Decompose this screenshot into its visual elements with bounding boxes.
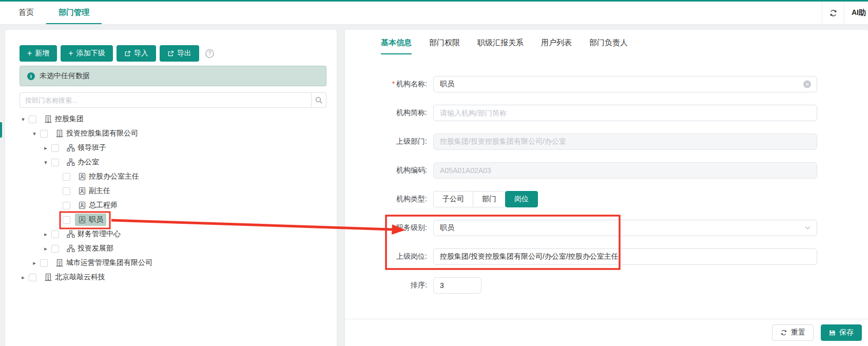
company-icon bbox=[55, 259, 64, 267]
post-icon bbox=[78, 172, 86, 181]
topbar-tab[interactable]: 首页 bbox=[6, 2, 46, 24]
org-short-input[interactable] bbox=[433, 105, 817, 121]
plus-icon: + bbox=[68, 49, 73, 57]
search-row bbox=[20, 92, 326, 108]
tree-node-content[interactable]: 控股办公室主任 bbox=[75, 170, 142, 183]
tree-node-content[interactable]: 职员 bbox=[75, 214, 106, 226]
department-icon bbox=[67, 230, 75, 238]
tree-node-content[interactable]: 总工程师 bbox=[75, 199, 121, 212]
department-tree-panel: + 新增 + 添加下级 导入 bbox=[5, 30, 337, 346]
tree-checkbox[interactable] bbox=[29, 274, 36, 281]
tree-node[interactable]: ▸领导班子 bbox=[20, 141, 326, 155]
tree-node-label: 投资控股集团有限公司 bbox=[66, 129, 138, 138]
drawer-handle[interactable] bbox=[0, 122, 2, 138]
company-icon bbox=[55, 129, 64, 138]
tree-node-content[interactable]: 副主任 bbox=[75, 185, 113, 197]
parent-post-input[interactable] bbox=[433, 248, 817, 265]
tree-checkbox[interactable] bbox=[29, 116, 36, 123]
caret-right-icon[interactable]: ▸ bbox=[20, 274, 27, 281]
tree-node-label: 控股办公室主任 bbox=[89, 172, 139, 181]
clear-icon[interactable]: ✕ bbox=[803, 81, 811, 88]
tree-checkbox[interactable] bbox=[63, 216, 70, 224]
import-button[interactable]: 导入 bbox=[117, 45, 156, 62]
tree-node[interactable]: 总工程师 bbox=[20, 198, 326, 213]
help-icon[interactable]: ? bbox=[205, 49, 214, 58]
tree-node[interactable]: 控股办公室主任 bbox=[20, 169, 326, 184]
tree-checkbox[interactable] bbox=[51, 159, 59, 166]
tree-node[interactable]: 副主任 bbox=[20, 184, 326, 198]
export-icon bbox=[167, 50, 174, 57]
job-level-input[interactable] bbox=[433, 220, 817, 236]
add-child-button[interactable]: + 添加下级 bbox=[61, 45, 112, 62]
parent-post-label: 上级岗位: bbox=[345, 252, 427, 261]
org-type-option[interactable]: 岗位 bbox=[505, 191, 538, 207]
ai-assistant-button[interactable]: AI助 bbox=[844, 2, 868, 24]
org-short-label: 机构简称: bbox=[345, 108, 427, 118]
tree-node-content[interactable]: 控股集团 bbox=[41, 113, 87, 125]
tree-node[interactable]: ▾控股集团 bbox=[20, 112, 326, 126]
post-icon bbox=[78, 187, 86, 195]
tree-checkbox[interactable] bbox=[40, 130, 48, 138]
required-mark: * bbox=[392, 80, 395, 88]
detail-tab[interactable]: 部门权限 bbox=[429, 38, 460, 54]
reset-button[interactable]: 重置 bbox=[772, 324, 814, 341]
caret-right-icon[interactable]: ▸ bbox=[31, 260, 38, 266]
search-input[interactable] bbox=[20, 92, 311, 108]
tree-node-content[interactable]: 财务管理中心 bbox=[64, 228, 124, 240]
search-button[interactable] bbox=[311, 92, 326, 108]
caret-down-icon[interactable]: ▾ bbox=[20, 116, 27, 123]
detail-tab[interactable]: 职级汇报关系 bbox=[477, 38, 524, 54]
tree-node-content[interactable]: 北京敲敲云科技 bbox=[41, 271, 108, 283]
tree-node[interactable]: ▾投资控股集团有限公司 bbox=[20, 126, 326, 141]
post-icon bbox=[78, 216, 86, 224]
tree-node-label: 控股集团 bbox=[55, 114, 84, 124]
tree-checkbox[interactable] bbox=[63, 187, 70, 195]
caret-right-icon[interactable]: ▸ bbox=[42, 245, 49, 252]
tree-checkbox[interactable] bbox=[40, 259, 48, 267]
tree-node[interactable]: ▸财务管理中心 bbox=[20, 227, 326, 241]
tree-checkbox[interactable] bbox=[51, 144, 59, 152]
tree-checkbox[interactable] bbox=[51, 245, 59, 253]
add-button[interactable]: + 新增 bbox=[20, 45, 57, 62]
tree-node[interactable]: 职员 bbox=[20, 213, 326, 227]
tree-checkbox[interactable] bbox=[63, 173, 70, 181]
tree-node-label: 投资发展部 bbox=[78, 244, 113, 253]
topbar-tab[interactable]: 部门管理 bbox=[46, 2, 102, 24]
tree-node-content[interactable]: 办公室 bbox=[64, 156, 102, 168]
refresh-button[interactable] bbox=[822, 2, 844, 24]
tree-node-content[interactable]: 领导班子 bbox=[64, 142, 109, 154]
org-code-label: 机构编码: bbox=[345, 166, 427, 175]
detail-panel: 基本信息部门权限职级汇报关系用户列表部门负责人 *机构名称: ✕ 机构简称: 上… bbox=[345, 30, 868, 346]
caret-down-icon[interactable]: ▾ bbox=[31, 130, 38, 137]
company-icon bbox=[44, 115, 52, 123]
tree-node[interactable]: ▸北京敲敲云科技 bbox=[20, 270, 326, 284]
detail-tab[interactable]: 部门负责人 bbox=[589, 38, 628, 54]
export-button[interactable]: 导出 bbox=[160, 45, 199, 62]
tree-node-label: 北京敲敲云科技 bbox=[55, 273, 105, 282]
form-row-org-name: *机构名称: ✕ bbox=[345, 70, 868, 99]
tree-node-content[interactable]: 城市运营管理集团有限公司 bbox=[52, 257, 156, 269]
org-type-option[interactable]: 子公司 bbox=[433, 191, 473, 207]
info-banner-text: 未选中任何数据 bbox=[40, 71, 90, 81]
topbar-tabs: 首页部门管理 bbox=[6, 2, 102, 24]
tree-node-label: 领导班子 bbox=[78, 143, 106, 152]
form-row-org-type: 机构类型: 子公司部门岗位 bbox=[345, 185, 868, 214]
tree-node[interactable]: ▸投资发展部 bbox=[20, 241, 326, 256]
tree-checkbox[interactable] bbox=[51, 230, 59, 238]
tree-node-content[interactable]: 投资控股集团有限公司 bbox=[52, 127, 141, 140]
detail-tab[interactable]: 基本信息 bbox=[381, 38, 412, 54]
caret-right-icon[interactable]: ▸ bbox=[42, 231, 49, 238]
org-type-option[interactable]: 部门 bbox=[473, 191, 506, 207]
sort-control bbox=[433, 277, 481, 294]
save-button[interactable]: 保存 bbox=[821, 324, 862, 341]
sort-input[interactable] bbox=[433, 277, 481, 294]
org-name-input[interactable] bbox=[433, 76, 817, 92]
info-banner: i 未选中任何数据 bbox=[20, 66, 326, 86]
caret-down-icon[interactable]: ▾ bbox=[42, 159, 49, 166]
tree-checkbox[interactable] bbox=[63, 202, 70, 209]
tree-node-content[interactable]: 投资发展部 bbox=[64, 242, 117, 255]
tree-node[interactable]: ▸城市运营管理集团有限公司 bbox=[20, 256, 326, 270]
caret-right-icon[interactable]: ▸ bbox=[42, 145, 49, 151]
detail-tab[interactable]: 用户列表 bbox=[541, 38, 572, 54]
tree-node[interactable]: ▾办公室 bbox=[20, 155, 326, 169]
